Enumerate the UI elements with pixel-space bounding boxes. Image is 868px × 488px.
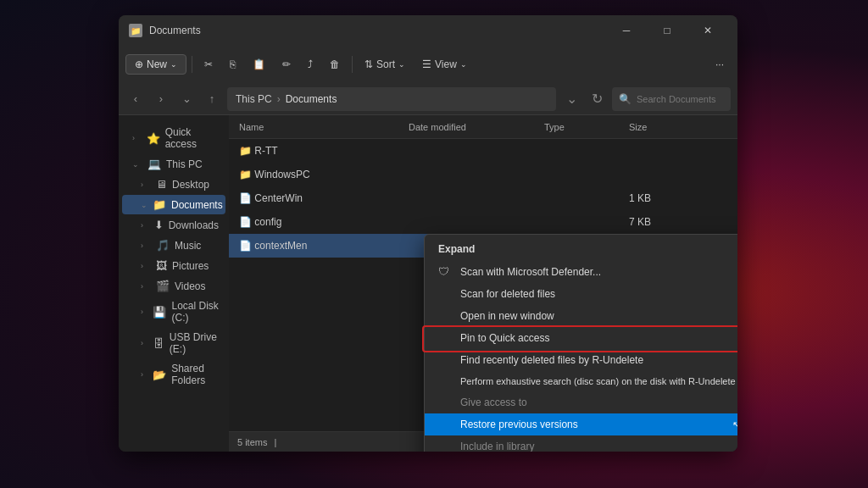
sidebar-item-this-pc[interactable]: ⌄ 💻 This PC bbox=[122, 154, 225, 174]
music-label: Music bbox=[175, 240, 201, 252]
window-icon: 📁 bbox=[129, 24, 142, 37]
local-disk-c-icon: 💾 bbox=[153, 306, 166, 319]
copy-button[interactable]: ⎘ bbox=[223, 55, 242, 74]
new-plus-icon: ⊕ bbox=[135, 58, 143, 70]
table-row[interactable]: 📁 WindowsPC bbox=[229, 163, 737, 186]
ctx-open-new-window[interactable]: Open in new window bbox=[425, 305, 737, 327]
new-button[interactable]: ⊕ New ⌄ bbox=[125, 54, 186, 75]
usb-drive-e-label: USB Drive (E:) bbox=[170, 331, 219, 355]
desktop-label: Desktop bbox=[172, 179, 209, 191]
ctx-give-access-label: Give access to bbox=[460, 396, 527, 408]
search-placeholder: Search Documents bbox=[637, 94, 716, 104]
search-icon: 🔍 bbox=[619, 93, 632, 105]
recent-button[interactable]: ⌄ bbox=[176, 89, 197, 109]
col-header-name[interactable]: Name bbox=[236, 122, 405, 132]
ctx-include-library-label: Include in library bbox=[460, 441, 534, 452]
col-header-size[interactable]: Size bbox=[626, 122, 693, 132]
desktop-expand-icon: › bbox=[141, 180, 151, 189]
sidebar-item-documents[interactable]: ⌄ 📁 Documents bbox=[122, 195, 225, 214]
ctx-include-library[interactable]: Include in library › bbox=[425, 435, 737, 452]
sidebar-item-pictures[interactable]: › 🖼 Pictures bbox=[122, 256, 225, 275]
this-pc-icon: 💻 bbox=[147, 158, 161, 170]
minimize-button[interactable]: ─ bbox=[607, 17, 646, 44]
cut-button[interactable]: ✂ bbox=[198, 55, 220, 74]
file-size-centerwin: 1 KB bbox=[626, 192, 693, 204]
ctx-find-r-undelete[interactable]: Find recently deleted files by R-Undelet… bbox=[425, 349, 737, 371]
col-header-type[interactable]: Type bbox=[541, 122, 626, 132]
toolbar-separator-1 bbox=[192, 56, 192, 73]
more-icon: ··· bbox=[715, 58, 724, 70]
up-button[interactable]: ↑ bbox=[202, 89, 222, 109]
copy-icon: ⎘ bbox=[230, 58, 236, 70]
downloads-label: Downloads bbox=[169, 219, 219, 231]
music-icon: 🎵 bbox=[156, 239, 170, 252]
forward-button[interactable]: › bbox=[151, 89, 171, 109]
col-header-date[interactable]: Date modified bbox=[405, 122, 541, 132]
sort-button[interactable]: ⇅ Sort ⌄ bbox=[358, 55, 412, 74]
view-icon: ☰ bbox=[422, 58, 431, 70]
music-expand-icon: › bbox=[141, 241, 151, 250]
ctx-find-r-undelete-label: Find recently deleted files by R-Undelet… bbox=[460, 354, 643, 366]
cursor-icon: ↖ bbox=[732, 419, 737, 430]
file-area: Name Date modified Type Size 📁 R-TT 📁 Wi… bbox=[229, 115, 737, 452]
downloads-expand-icon: › bbox=[141, 221, 149, 230]
ctx-scan-defender[interactable]: 🛡 Scan with Microsoft Defender... bbox=[425, 260, 737, 283]
table-row[interactable]: 📄 config 7 KB bbox=[229, 210, 737, 234]
sidebar-item-music[interactable]: › 🎵 Music bbox=[122, 236, 225, 255]
close-button[interactable]: ✕ bbox=[688, 17, 727, 44]
sidebar-item-usb-drive-e[interactable]: › 🗄 USB Drive (E:) bbox=[122, 328, 225, 358]
file-name-config: 📄 config bbox=[236, 216, 405, 228]
sort-dropdown-icon: ⌄ bbox=[398, 60, 405, 69]
sidebar-item-downloads[interactable]: › ⬇ Downloads bbox=[122, 215, 225, 235]
view-dropdown-icon: ⌄ bbox=[460, 60, 467, 69]
more-button[interactable]: ··· bbox=[709, 55, 731, 74]
desktop-icon: 🖥 bbox=[156, 178, 167, 191]
ctx-pin-quick-label: Pin to Quick access bbox=[460, 332, 549, 344]
local-disk-c-label: Local Disk (C:) bbox=[171, 300, 219, 324]
table-row[interactable]: 📄 CenterWin 1 KB bbox=[229, 186, 737, 210]
documents-icon: 📁 bbox=[153, 198, 166, 211]
sidebar-item-shared-folders[interactable]: › 📂 Shared Folders bbox=[122, 359, 225, 390]
paste-button[interactable]: 📋 bbox=[246, 55, 272, 74]
this-pc-expand-icon: ⌄ bbox=[132, 160, 142, 169]
ctx-expand-label: Expand bbox=[438, 243, 475, 255]
documents-expand-icon: ⌄ bbox=[141, 201, 147, 209]
ctx-restore-previous[interactable]: Restore previous versions ↖ bbox=[425, 413, 737, 435]
file-name-centerwin: 📄 CenterWin bbox=[236, 192, 405, 204]
ctx-scan-deleted[interactable]: Scan for deleted files bbox=[425, 283, 737, 305]
share-icon: ⤴ bbox=[308, 58, 313, 70]
file-name-rtt: 📁 R-TT bbox=[236, 145, 405, 157]
videos-icon: 🎬 bbox=[156, 280, 170, 292]
ctx-header-expand: Expand bbox=[425, 238, 737, 260]
sidebar-item-local-disk-c[interactable]: › 💾 Local Disk (C:) bbox=[122, 297, 225, 327]
ctx-give-access[interactable]: Give access to › bbox=[425, 391, 737, 413]
ctx-scan-defender-icon: 🛡 bbox=[438, 265, 452, 278]
ctx-pin-quick[interactable]: Pin to Quick access bbox=[425, 327, 737, 349]
sidebar-item-quick-access[interactable]: › ⭐ Quick access bbox=[122, 123, 225, 153]
new-dropdown-icon: ⌄ bbox=[170, 60, 177, 69]
share-button[interactable]: ⤴ bbox=[301, 55, 320, 74]
delete-button[interactable]: 🗑 bbox=[323, 55, 347, 74]
file-name-contextmen: 📄 contextMen bbox=[236, 240, 405, 252]
view-button[interactable]: ☰ View ⌄ bbox=[415, 55, 474, 74]
title-bar-controls: ─ □ ✕ bbox=[607, 17, 727, 44]
column-headers: Name Date modified Type Size bbox=[229, 115, 737, 139]
back-button[interactable]: ‹ bbox=[125, 89, 146, 109]
sidebar: › ⭐ Quick access ⌄ 💻 This PC › 🖥 Desktop… bbox=[119, 115, 229, 452]
rename-button[interactable]: ✏ bbox=[275, 55, 298, 74]
toolbar: ⊕ New ⌄ ✂ ⎘ 📋 ✏ ⤴ 🗑 ⇅ Sort ⌄ ☰ bbox=[119, 46, 737, 83]
sidebar-item-videos[interactable]: › 🎬 Videos bbox=[122, 276, 225, 296]
table-row[interactable]: 📁 R-TT bbox=[229, 139, 737, 163]
path-part-2: Documents bbox=[286, 93, 337, 105]
sidebar-item-desktop[interactable]: › 🖥 Desktop bbox=[122, 175, 225, 194]
quick-access-icon: ⭐ bbox=[147, 132, 160, 145]
refresh-button[interactable]: ↻ bbox=[587, 89, 607, 109]
toolbar-separator-2 bbox=[352, 56, 353, 73]
address-path[interactable]: This PC › Documents bbox=[227, 87, 556, 111]
address-dropdown-button[interactable]: ⌄ bbox=[561, 89, 581, 109]
this-pc-label: This PC bbox=[166, 158, 203, 170]
search-box[interactable]: 🔍 Search Documents bbox=[612, 87, 731, 111]
ctx-exhaustive-search[interactable]: Perform exhaustive search (disc scan) on… bbox=[425, 371, 737, 391]
maximize-button[interactable]: □ bbox=[648, 17, 687, 44]
ctx-scan-defender-label: Scan with Microsoft Defender... bbox=[460, 266, 601, 278]
